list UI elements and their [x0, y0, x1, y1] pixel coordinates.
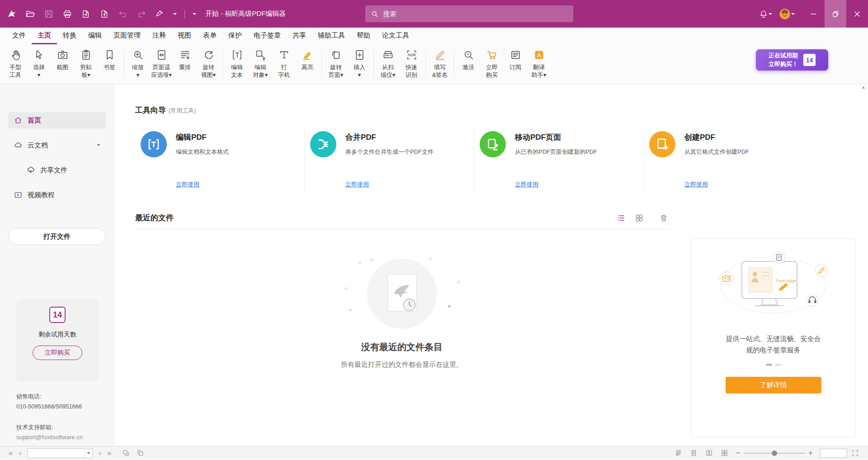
menu-form[interactable]: 表单 [197, 28, 222, 44]
search-box[interactable] [365, 5, 573, 22]
ribbon-typewriter[interactable]: 打 字机 [272, 47, 296, 79]
carousel-dot-active[interactable] [766, 364, 772, 366]
scroll-up-arrow[interactable]: ▲ [861, 85, 866, 90]
ribbon-quick-ocr[interactable]: OCR 快速 识别 [400, 47, 423, 79]
quick-access-caret[interactable] [193, 13, 196, 17]
sidebar-item-shared-files[interactable]: 共享文件 [8, 162, 106, 178]
menu-file[interactable]: 文件 [6, 28, 32, 44]
ribbon-snapshot[interactable]: 截图 [51, 47, 74, 71]
list-view-icon[interactable] [616, 213, 626, 223]
menu-home[interactable]: 主页 [32, 28, 57, 44]
ribbon-select-tool[interactable]: 选择 ▾ [27, 47, 51, 79]
menu-edit[interactable]: 编辑 [82, 28, 108, 44]
ribbon-bookmark[interactable]: 书签 [98, 47, 121, 71]
notification-bell[interactable] [759, 9, 772, 19]
clear-recent-icon[interactable] [659, 213, 669, 223]
fullscreen-icon[interactable] [850, 448, 860, 458]
last-page-icon[interactable]: » [104, 450, 115, 457]
zoom-slider-thumb[interactable] [772, 451, 777, 456]
cloud-docs-caret[interactable] [97, 144, 100, 148]
restore-button[interactable] [825, 0, 846, 28]
ribbon-item-label: 截图 [57, 64, 68, 71]
open-file-button[interactable]: 打开文件 [9, 228, 106, 245]
page-layout-grid-icon[interactable] [719, 448, 729, 458]
sidebar-item-video-tutorials[interactable]: 视频教程 [8, 187, 106, 203]
menu-help[interactable]: 帮助 [351, 28, 376, 44]
user-avatar[interactable] [778, 8, 795, 20]
bell-caret[interactable] [769, 13, 772, 17]
zoom-out-icon[interactable]: − [732, 449, 744, 458]
ribbon-fill-sign[interactable]: 填写 &签名 [428, 47, 452, 79]
learn-more-button[interactable]: 了解详情 [726, 377, 821, 394]
ribbon-zoom[interactable]: 缩放 ▾ [126, 47, 150, 79]
next-view-icon[interactable] [135, 448, 145, 458]
menu-paper-tools[interactable]: 论文工具 [376, 28, 415, 44]
ribbon-buy-now[interactable]: 立即 购买 [480, 47, 504, 79]
sidebar-item-cloud-docs[interactable]: 云文档 [8, 137, 106, 153]
ribbon-hand-tool[interactable]: 手型 工具 [4, 47, 27, 79]
ribbon-from-scanner[interactable]: 从扫 描仪▾ [376, 47, 400, 79]
use-now-link[interactable]: 立即使用 [515, 181, 538, 188]
previous-view-icon[interactable] [121, 448, 131, 458]
redo-icon[interactable] [136, 9, 147, 19]
grid-view-icon[interactable] [634, 213, 644, 223]
menu-share[interactable]: 共享 [287, 28, 312, 44]
ribbon-translate-assistant[interactable]: A 翻译 助手▾ [527, 47, 551, 79]
bookmark-icon [104, 48, 116, 61]
ribbon-subscribe[interactable]: 订阅 [504, 47, 527, 71]
pencil-bubble [816, 265, 827, 276]
ribbon-activate[interactable]: 激活 [457, 47, 480, 71]
use-now-link[interactable]: 立即使用 [684, 181, 708, 188]
buy-now-button[interactable]: 立即购买 [33, 346, 82, 360]
open-file-icon[interactable] [25, 9, 36, 19]
edit-pdf-icon [141, 131, 167, 157]
undo-icon[interactable] [118, 9, 128, 19]
export-doc-icon[interactable] [99, 9, 110, 19]
ribbon-insert-pages[interactable]: 插入 ▾ [348, 47, 371, 79]
sidebar-item-home[interactable]: 首页 [8, 112, 106, 128]
menu-esign[interactable]: 电子签章 [248, 28, 287, 44]
menu-protect[interactable]: 保护 [222, 28, 248, 44]
foxit-logo [6, 9, 17, 19]
ribbon-reflow[interactable]: 重排 [173, 47, 197, 71]
zoom-percentage-input[interactable] [821, 450, 847, 458]
zoom-slider[interactable] [744, 450, 805, 456]
avatar-caret[interactable] [791, 13, 795, 17]
use-now-link[interactable]: 立即使用 [345, 181, 369, 188]
trial-period-badge[interactable]: 正在试用期 立即购买！ 14 [756, 49, 828, 71]
page-layout-facing-icon[interactable] [704, 448, 714, 458]
minimize-button[interactable] [803, 0, 825, 28]
next-page-icon[interactable]: › [95, 450, 104, 457]
ribbon-edit-text[interactable]: 编辑 文本 [225, 47, 249, 79]
menu-convert[interactable]: 转换 [57, 28, 82, 44]
page-layout-single-icon[interactable] [689, 448, 698, 458]
save-icon[interactable] [43, 9, 54, 19]
sign-tool-caret[interactable] [173, 13, 177, 17]
carousel-dot[interactable] [775, 364, 781, 366]
zoom-in-icon[interactable]: + [805, 449, 816, 458]
ribbon-rotate-view[interactable]: 旋转 视图▾ [197, 47, 220, 79]
menu-view[interactable]: 视图 [172, 28, 197, 44]
menu-comment[interactable]: 注释 [146, 28, 172, 44]
ribbon-highlight[interactable]: 高亮 [296, 47, 319, 71]
menu-page-management[interactable]: 页面管理 [108, 28, 146, 44]
ribbon-edit-object[interactable]: 编辑 对象▾ [249, 47, 272, 79]
zoom-percentage-box[interactable] [820, 449, 847, 458]
search-input[interactable] [383, 10, 568, 18]
tools-guide-subtitle: (常用工具) [169, 107, 196, 114]
ribbon-clipboard[interactable]: 剪贴 板▾ [74, 47, 98, 79]
print-icon[interactable] [62, 9, 73, 19]
page-layout-continuous-icon[interactable] [673, 448, 683, 458]
ribbon-rotate-pages[interactable]: 旋转 页面▾ [324, 47, 348, 79]
use-now-link[interactable]: 立即使用 [176, 181, 199, 188]
share-doc-icon[interactable] [80, 9, 91, 19]
close-button[interactable] [846, 0, 868, 28]
first-page-icon[interactable]: « [5, 450, 16, 457]
window-title: 开始 - 福昕高级PDF编辑器 [205, 9, 286, 18]
page-number-caret[interactable] [85, 449, 92, 458]
ribbon-page-fit-options[interactable]: 页面适 应选项▾ [150, 47, 173, 79]
support-email-address[interactable]: support@foxitsoftware.cn [16, 432, 83, 442]
page-fit-icon [156, 48, 168, 61]
menu-accessibility[interactable]: 辅助工具 [312, 28, 351, 44]
sign-tool-icon[interactable] [155, 9, 165, 19]
